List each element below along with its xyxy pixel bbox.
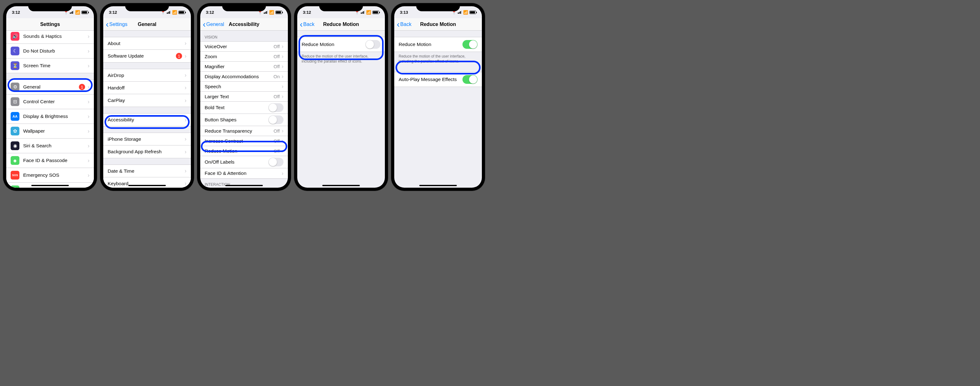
signal-icon xyxy=(361,11,365,14)
row-magnifier[interactable]: MagnifierOff› xyxy=(200,62,288,71)
row-faceid[interactable]: ☻Face ID & Passcode› xyxy=(6,153,94,168)
toggle-bold[interactable] xyxy=(269,103,283,112)
general-group-airdrop: AirDrop› Handoff› CarPlay› xyxy=(103,69,191,107)
wifi-icon: 📶 xyxy=(269,10,274,15)
face-icon: ☻ xyxy=(11,156,19,165)
page-title: Reduce Motion xyxy=(323,22,359,27)
chevron-icon: › xyxy=(185,117,186,123)
back-button[interactable]: Back xyxy=(397,22,412,27)
row-handoff[interactable]: Handoff› xyxy=(103,82,191,94)
row-screentime[interactable]: ⏳Screen Time› xyxy=(6,59,94,73)
row-software-update[interactable]: Software Update1› xyxy=(103,50,191,62)
toggles-icon: ⊟ xyxy=(11,97,19,106)
row-storage[interactable]: iPhone Storage› xyxy=(103,133,191,145)
chevron-icon: › xyxy=(185,40,186,47)
row-voiceover[interactable]: VoiceOverOff› xyxy=(200,41,288,52)
row-button-shapes[interactable]: Button Shapes xyxy=(200,114,288,126)
settings-group-2: ⚙General1› ⊟Control Center› AADisplay & … xyxy=(6,79,94,188)
row-airdrop[interactable]: AirDrop› xyxy=(103,69,191,82)
toggle-labels[interactable] xyxy=(269,158,283,167)
signal-icon xyxy=(167,11,171,14)
signal-icon xyxy=(264,11,268,14)
chevron-icon: › xyxy=(88,143,89,149)
nav-bar: General Accessibility xyxy=(200,18,288,31)
row-sounds[interactable]: 🔊Sounds & Haptics› xyxy=(6,31,94,44)
page-title: Reduce Motion xyxy=(420,22,456,27)
home-indicator[interactable] xyxy=(419,185,457,186)
row-refresh[interactable]: Background App Refresh› xyxy=(103,145,191,158)
row-accessibility[interactable]: Accessibility› xyxy=(103,114,191,126)
back-button[interactable]: Back xyxy=(300,22,315,27)
home-indicator[interactable] xyxy=(128,185,166,186)
row-control-center[interactable]: ⊟Control Center› xyxy=(6,94,94,109)
chevron-icon: › xyxy=(185,149,186,155)
home-indicator[interactable] xyxy=(322,185,360,186)
home-indicator[interactable] xyxy=(225,185,263,186)
row-reduce-motion-toggle[interactable]: Reduce Motion xyxy=(394,37,482,52)
row-increase-contrast[interactable]: Increase ContrastOff› xyxy=(200,136,288,146)
row-reduce-trans[interactable]: Reduce TransparencyOff› xyxy=(200,126,288,136)
status-time: 3:13 xyxy=(400,10,408,15)
row-carplay[interactable]: CarPlay› xyxy=(103,94,191,106)
wifi-icon: 📶 xyxy=(366,10,371,15)
status-time: 3:12 xyxy=(12,10,20,15)
phone-accessibility: 3:12 📍📶 General Accessibility Vision Voi… xyxy=(197,3,291,191)
notch xyxy=(222,3,266,11)
toggle-autoplay[interactable] xyxy=(463,75,477,84)
row-sos[interactable]: SOSEmergency SOS› xyxy=(6,168,94,183)
row-larger-text[interactable]: Larger TextOff› xyxy=(200,92,288,102)
chevron-icon: › xyxy=(88,84,89,91)
row-keyboard[interactable]: Keyboard› xyxy=(103,177,191,188)
chevron-icon: › xyxy=(88,48,89,54)
chevron-icon: › xyxy=(282,148,283,154)
status-time: 3:12 xyxy=(303,10,311,15)
row-date[interactable]: Date & Time› xyxy=(103,165,191,177)
chevron-icon: › xyxy=(185,97,186,104)
toggle-reduce-motion[interactable] xyxy=(463,40,477,49)
row-siri[interactable]: ◉Siri & Search› xyxy=(6,138,94,153)
row-general[interactable]: ⚙General1› xyxy=(6,80,94,94)
row-zoom[interactable]: ZoomOff› xyxy=(200,52,288,62)
chevron-icon: › xyxy=(88,157,89,164)
row-speech[interactable]: Speech› xyxy=(200,82,288,92)
general-group-accessibility: Accessibility› xyxy=(103,113,191,126)
rm-group: Reduce Motion xyxy=(297,37,385,52)
chevron-icon: › xyxy=(88,33,89,40)
phone-reduce-motion-on: 3:13 📍📶 Back Reduce Motion Reduce Motion… xyxy=(391,3,485,191)
row-wallpaper[interactable]: ✿Wallpaper› xyxy=(6,124,94,138)
battery-icon xyxy=(372,11,379,14)
chevron-icon: › xyxy=(88,113,89,120)
status-time: 3:12 xyxy=(206,10,214,15)
chevron-icon: › xyxy=(282,128,283,134)
signal-icon xyxy=(458,11,462,14)
notch xyxy=(28,3,72,11)
back-button[interactable]: Settings xyxy=(106,22,127,27)
row-reduce-motion-toggle[interactable]: Reduce Motion xyxy=(297,37,385,52)
chevron-icon: › xyxy=(282,73,283,80)
row-dnd[interactable]: ☾Do Not Disturb› xyxy=(6,44,94,59)
notch xyxy=(125,3,169,11)
row-display-accom[interactable]: Display AccommodationsOn› xyxy=(200,71,288,82)
row-display[interactable]: AADisplay & Brightness› xyxy=(6,109,94,124)
notch xyxy=(416,3,460,11)
back-button[interactable]: General xyxy=(203,22,224,27)
vision-group: VoiceOverOff› ZoomOff› MagnifierOff› Dis… xyxy=(200,41,288,179)
chevron-icon: › xyxy=(282,138,283,144)
home-indicator[interactable] xyxy=(31,185,69,186)
general-group-storage: iPhone Storage› Background App Refresh› xyxy=(103,133,191,158)
signal-icon xyxy=(70,11,74,14)
row-autoplay[interactable]: Auto-Play Message Effects xyxy=(394,72,482,87)
gear-icon: ⚙ xyxy=(11,83,19,91)
row-onoff-labels[interactable]: On/Off Labels xyxy=(200,156,288,168)
row-faceid-attention[interactable]: Face ID & Attention› xyxy=(200,168,288,178)
row-about[interactable]: About› xyxy=(103,37,191,50)
toggle-reduce-motion[interactable] xyxy=(366,40,380,49)
nav-bar: Back Reduce Motion xyxy=(394,18,482,31)
row-reduce-motion[interactable]: Reduce MotionOff› xyxy=(200,146,288,156)
chevron-icon: › xyxy=(185,180,186,187)
badge: 1 xyxy=(79,84,85,90)
toggle-shapes[interactable] xyxy=(269,116,283,124)
text-size-icon: AA xyxy=(11,112,19,121)
general-group-about: About› Software Update1› xyxy=(103,37,191,63)
row-bold-text[interactable]: Bold Text xyxy=(200,102,288,114)
